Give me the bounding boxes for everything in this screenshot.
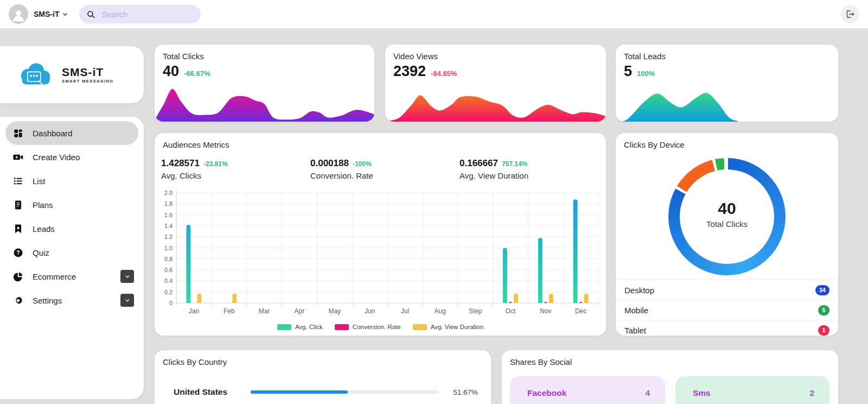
- sidebar-item-ecommerce[interactable]: Ecommerce: [5, 264, 138, 288]
- logout-icon: [845, 9, 855, 19]
- sidebar-item-quiz[interactable]: ?Quiz: [5, 241, 138, 264]
- sidebar-item-label: List: [33, 176, 45, 186]
- device-label: Mobile: [624, 306, 648, 315]
- sidebar-logo-card: SMS-iT SMART MESSAGING: [0, 46, 144, 103]
- donut-total-label: Total Clicks: [668, 219, 786, 229]
- stat-value: 40: [163, 63, 179, 80]
- device-row-mobile: Mobile5: [616, 300, 838, 320]
- svg-text:0.4: 0.4: [164, 277, 173, 284]
- pie-chart-icon: [12, 270, 24, 282]
- sidebar-item-dashboard[interactable]: Dashboard: [5, 121, 138, 145]
- donut-center: 40 Total Clicks: [668, 199, 786, 229]
- svg-text:0.2: 0.2: [164, 289, 173, 295]
- country-progress-track: [251, 390, 439, 394]
- logout-button[interactable]: [841, 5, 859, 23]
- stat-title: Total Leads: [624, 52, 666, 61]
- svg-text:1.8: 1.8: [164, 200, 173, 207]
- card-title: Clicks By Device: [624, 140, 685, 149]
- stat-change: -84.85%: [431, 70, 457, 78]
- shares-by-social-card: Shares By Social Facebook4Sms2: [502, 350, 838, 404]
- sparkline-chart: [155, 88, 374, 122]
- country-rows: United States51.67%: [174, 384, 478, 400]
- logo-subtitle: SMART MESSAGING: [62, 79, 114, 84]
- device-count-badge: 34: [815, 285, 829, 295]
- svg-text:1.0: 1.0: [164, 245, 173, 251]
- grid-icon: [12, 127, 24, 139]
- svg-text:Jul: Jul: [401, 307, 409, 315]
- chart-legend: Avg. ClickConversion. RateAvg. View Dura…: [155, 324, 606, 330]
- metric-label: Conversion. Rate: [310, 171, 373, 180]
- legend-swatch: [335, 324, 349, 330]
- plans-icon: [12, 199, 24, 211]
- svg-text:1.2: 1.2: [164, 233, 173, 240]
- svg-text:Nov: Nov: [540, 307, 551, 315]
- svg-text:0.8: 0.8: [164, 256, 173, 262]
- brand-dropdown[interactable]: SMS-iT: [34, 10, 68, 18]
- svg-text:0: 0: [169, 300, 173, 306]
- top-bar: SMS-iT: [0, 0, 868, 28]
- metric-avg-view-duration: 0.166667757.14% Avg. View Duration: [459, 158, 528, 180]
- country-label: United States: [174, 387, 240, 397]
- sparkline-chart: [385, 88, 606, 122]
- country-row-united-states: United States51.67%: [174, 384, 478, 400]
- legend-swatch: [413, 324, 427, 330]
- sidebar-item-create-video[interactable]: Create Video: [5, 145, 138, 169]
- stat-value-row: 5 100%: [624, 63, 655, 80]
- social-label: Facebook: [527, 388, 566, 404]
- metric-avg-clicks: 1.428571-23.81% Avg. Clicks: [161, 158, 228, 180]
- bookmark-icon: [12, 223, 24, 235]
- country-percent: 51.67%: [450, 388, 478, 396]
- svg-text:1.4: 1.4: [164, 223, 173, 229]
- social-label: Sms: [693, 388, 711, 404]
- svg-text:Oct: Oct: [506, 307, 516, 315]
- avatar[interactable]: [9, 4, 28, 24]
- country-progress-fill: [251, 390, 348, 394]
- sidebar-item-label: Create Video: [33, 153, 80, 162]
- sidebar-item-label: Quiz: [33, 248, 49, 257]
- legend-label: Avg. View Duration: [431, 324, 483, 330]
- brand-label: SMS-iT: [34, 10, 59, 18]
- svg-text:?: ?: [16, 250, 20, 256]
- search-input[interactable]: [100, 9, 194, 20]
- stat-value: 5: [624, 63, 632, 80]
- dashboard-page: SMS-iT SMS-iT SMART MESSAGING DashboardC…: [0, 0, 868, 404]
- svg-text:Dec: Dec: [575, 307, 586, 315]
- legend-item-avg-click: Avg. Click: [277, 324, 323, 330]
- audiences-bar-chart: 00.20.40.60.81.01.21.41.61.82.0JanFebMar…: [155, 187, 606, 318]
- chevron-down-icon[interactable]: [120, 294, 134, 307]
- metric-change: -100%: [353, 160, 372, 168]
- clicks-by-device-card: Clicks By Device 40 Total Clicks Desktop…: [616, 133, 838, 336]
- metric-label: Avg. View Duration: [459, 171, 528, 180]
- sparkline-chart: [616, 88, 838, 122]
- legend-item-avg-view-duration: Avg. View Duration: [413, 324, 483, 330]
- social-pill-sms: Sms2: [675, 376, 829, 404]
- metric-label: Avg. Clicks: [161, 171, 228, 180]
- sidebar-item-plans[interactable]: Plans: [5, 193, 138, 217]
- card-title: Audiences Metrics: [163, 140, 229, 149]
- svg-text:Feb: Feb: [224, 307, 235, 315]
- device-donut-chart: 40 Total Clicks: [668, 158, 786, 275]
- total-clicks-card: Total Clicks 40 -66.67%: [155, 45, 374, 122]
- social-count: 2: [809, 388, 814, 404]
- stat-title: Total Clicks: [163, 52, 204, 61]
- question-icon: ?: [12, 247, 24, 258]
- sidebar-item-settings[interactable]: Settings: [5, 288, 138, 312]
- svg-text:1.6: 1.6: [164, 212, 173, 218]
- svg-text:2.0: 2.0: [164, 190, 173, 196]
- chevron-down-icon[interactable]: [120, 270, 134, 283]
- sidebar-item-list[interactable]: List: [5, 169, 138, 193]
- sidebar-item-leads[interactable]: Leads: [5, 217, 138, 241]
- legend-label: Avg. Click: [295, 324, 323, 330]
- smsit-cloud-logo-icon: [16, 61, 55, 89]
- card-title: Shares By Social: [510, 357, 572, 367]
- sidebar-item-label: Ecommerce: [33, 272, 76, 281]
- svg-text:Jan: Jan: [189, 307, 199, 315]
- svg-text:Aug: Aug: [435, 307, 446, 315]
- search-bar[interactable]: [79, 5, 201, 23]
- video-camera-icon: [12, 151, 24, 163]
- clicks-by-country-card: Clicks By Country United States51.67%: [155, 350, 491, 404]
- metric-conversion-rate: 0.000188-100% Conversion. Rate: [310, 158, 373, 180]
- svg-text:May: May: [328, 307, 341, 315]
- logo-text: SMS-iT SMART MESSAGING: [62, 66, 114, 83]
- metric-value: 0.166667: [459, 158, 498, 169]
